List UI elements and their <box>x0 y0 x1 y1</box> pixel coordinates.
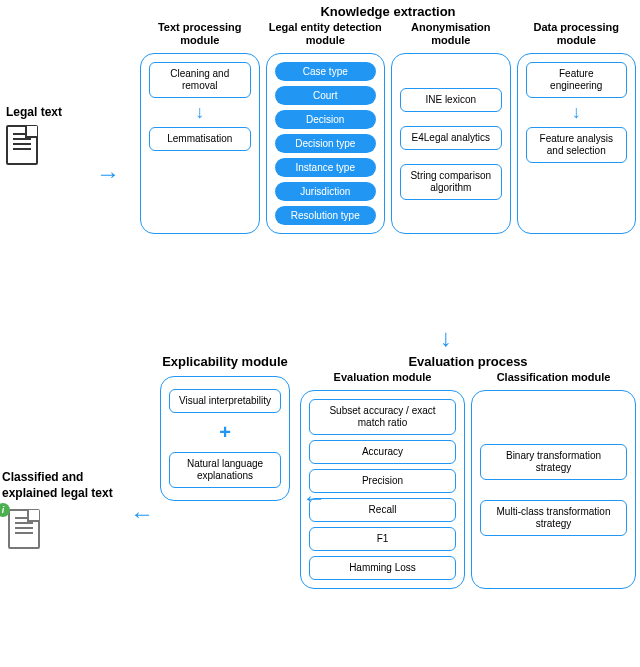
explicability-block: Explicability module Visual interpretabi… <box>160 354 290 501</box>
anon-string-compare: String comparison algorithm <box>400 164 502 200</box>
evaluation-process-block: Evaluation process Evaluation module Sub… <box>300 354 636 589</box>
document-icon <box>6 125 38 165</box>
tag-court: Court <box>275 86 377 105</box>
legal-entity-col: Legal entity detection module Case type … <box>266 21 386 234</box>
plus-icon <box>219 421 231 444</box>
evaluation-col: Evaluation module Subset accuracy / exac… <box>300 371 465 589</box>
explic-nl-explanations: Natural language explanations <box>169 452 281 488</box>
arrow-ke-to-ep <box>440 324 452 352</box>
input-label: Legal text <box>6 105 62 119</box>
arrow-input-to-ke <box>96 160 120 188</box>
metric-precision: Precision <box>309 469 456 493</box>
tp-step2: Lemmatisation <box>149 127 251 151</box>
explic-visual: Visual interpretability <box>169 389 281 413</box>
class-binary: Binary transformation strategy <box>480 444 627 480</box>
metric-accuracy: Accuracy <box>309 440 456 464</box>
classification-col: Classification module Binary transformat… <box>471 371 636 589</box>
text-processing-col: Text processing module Cleaning and remo… <box>140 21 260 234</box>
output-block: Classified and explained legal text i <box>2 470 122 549</box>
class-multiclass: Multi-class transformation strategy <box>480 500 627 536</box>
metric-subset-accuracy: Subset accuracy / exact match ratio <box>309 399 456 435</box>
tag-decision: Decision <box>275 110 377 129</box>
dp-feature-analysis: Feature analysis and selection <box>526 127 628 163</box>
input-block: Legal text <box>6 105 96 165</box>
tag-instance-type: Instance type <box>275 158 377 177</box>
legal-entity-title: Legal entity detection module <box>266 21 386 47</box>
explicability-title: Explicability module <box>160 354 290 370</box>
tp-step1: Cleaning and removal <box>149 62 251 98</box>
arrow-ep-to-explic <box>302 484 326 512</box>
arrow-tp-inner <box>195 102 204 123</box>
bottom-row: Explicability module Visual interpretabi… <box>160 354 636 589</box>
data-processing-col: Data processing module Feature engineeri… <box>517 21 637 234</box>
dp-feature-eng: Feature engineering <box>526 62 628 98</box>
metric-hamming-loss: Hamming Loss <box>309 556 456 580</box>
arrow-explic-to-output <box>130 500 154 528</box>
arrow-dp-inner <box>572 102 581 123</box>
output-label: Classified and explained legal text <box>2 470 122 501</box>
anon-ine: INE lexicon <box>400 88 502 112</box>
ep-title: Evaluation process <box>300 354 636 369</box>
text-processing-title: Text processing module <box>140 21 260 47</box>
metric-f1: F1 <box>309 527 456 551</box>
ke-title: Knowledge extraction <box>140 4 636 19</box>
metric-recall: Recall <box>309 498 456 522</box>
tag-resolution-type: Resolution type <box>275 206 377 225</box>
tag-decision-type: Decision type <box>275 134 377 153</box>
anon-e4legal: E4Legal analytics <box>400 126 502 150</box>
classification-title: Classification module <box>471 371 636 384</box>
anonymisation-col: Anonymisation module INE lexicon E4Legal… <box>391 21 511 234</box>
document-output-icon <box>8 509 40 549</box>
tag-jurisdiction: Jurisdiction <box>275 182 377 201</box>
knowledge-extraction-block: Knowledge extraction Text processing mod… <box>140 4 636 234</box>
data-processing-title: Data processing module <box>517 21 637 47</box>
anonymisation-title: Anonymisation module <box>391 21 511 47</box>
tag-case-type: Case type <box>275 62 377 81</box>
evaluation-title: Evaluation module <box>300 371 465 384</box>
